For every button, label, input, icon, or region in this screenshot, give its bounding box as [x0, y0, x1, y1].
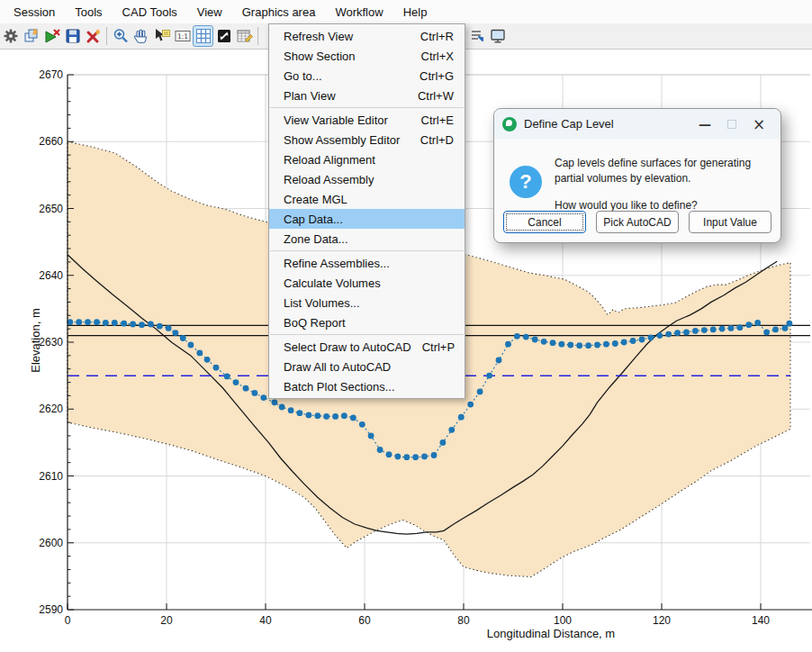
menu-item-label: Batch Plot Sections...: [284, 380, 395, 394]
menu-item-shortcut: Ctrl+R: [420, 30, 454, 43]
svg-text:1:1: 1:1: [176, 32, 187, 41]
menu-item-label: Select Draw to AutoCAD: [284, 340, 411, 354]
delete-red-x-icon[interactable]: [83, 25, 104, 47]
svg-text:2670: 2670: [39, 68, 63, 81]
menu-item-create-mgl[interactable]: Create MGL: [269, 189, 465, 209]
menu-item-show-section[interactable]: Show SectionCtrl+X: [269, 46, 465, 66]
menu-item-batch-plot-sections[interactable]: Batch Plot Sections...: [269, 376, 465, 396]
cancel-button[interactable]: Cancel: [503, 211, 586, 233]
menu-item-label: Create MGL: [284, 193, 347, 206]
display-monitor-icon[interactable]: [487, 25, 508, 47]
menu-item-label: Reload Assembly: [284, 173, 374, 186]
menu-item-list-volumes[interactable]: List Volumes...: [269, 293, 465, 312]
menu-item-reload-alignment[interactable]: Reload Alignment: [269, 149, 465, 169]
menu-item-label: Zone Data...: [284, 232, 348, 246]
menu-item-shortcut: Ctrl+X: [421, 50, 454, 63]
pick-autocad-button[interactable]: Pick AutoCAD: [596, 211, 679, 233]
minimize-icon[interactable]: —: [691, 114, 718, 134]
maximize-icon[interactable]: [718, 114, 745, 134]
dialog-buttons: CancelPick AutoCADInput Value: [494, 211, 780, 233]
app-icon: [502, 117, 517, 131]
menu-item-shortcut: Ctrl+P: [422, 340, 455, 354]
grid-toggle-icon[interactable]: [193, 25, 213, 47]
menu-item-shortcut: Ctrl+D: [420, 133, 454, 147]
menu-item-calculate-volumes[interactable]: Calculate Volumes: [269, 273, 465, 293]
one-to-one-icon[interactable]: 1:1: [172, 25, 193, 47]
pick-annotate-icon[interactable]: [151, 25, 172, 47]
application-window: { "menu_bar": { "items": ["Session", "To…: [0, 0, 812, 652]
svg-text:2620: 2620: [39, 403, 63, 415]
svg-text:140: 140: [752, 614, 770, 627]
svg-text:20: 20: [160, 614, 173, 627]
menu-session[interactable]: Session: [4, 1, 65, 23]
edit-table-icon[interactable]: [234, 25, 255, 47]
menu-item-reload-assembly[interactable]: Reload Assembly: [269, 169, 465, 189]
menu-item-show-assembly-editor[interactable]: Show Assembly EditorCtrl+D: [269, 130, 465, 149]
menu-item-view-variable-editor[interactable]: View Variable EditorCtrl+E: [269, 110, 465, 130]
menu-item-shortcut: Ctrl+E: [421, 113, 454, 127]
toolbar-separator: [257, 27, 258, 45]
save-icon[interactable]: [62, 25, 83, 47]
menu-item-label: Cap Data...: [284, 213, 343, 226]
menu-item-refine-assemblies[interactable]: Refine Assemblies...: [269, 253, 465, 273]
question-mark-icon: ?: [510, 166, 542, 198]
pan-hand-icon[interactable]: [131, 25, 151, 47]
svg-text:120: 120: [653, 614, 671, 627]
toolbar-separator: [106, 27, 107, 45]
menu-item-label: Reload Alignment: [284, 153, 375, 167]
menu-separator: [270, 107, 464, 108]
menu-item-zone-data[interactable]: Zone Data...: [269, 229, 465, 249]
menu-item-label: Go to...: [284, 69, 322, 83]
input-value-button[interactable]: Input Value: [689, 211, 771, 233]
menu-graphics-area[interactable]: Graphics area: [232, 1, 326, 23]
svg-text:0: 0: [65, 614, 71, 627]
dialog-title-bar[interactable]: Define Cap Level — ×: [494, 109, 780, 139]
close-icon[interactable]: ×: [745, 114, 772, 134]
menu-item-label: View Variable Editor: [284, 113, 388, 127]
copy-object-icon[interactable]: [21, 25, 41, 47]
svg-text:2590: 2590: [39, 603, 63, 616]
section-steps-icon[interactable]: [466, 25, 487, 47]
menu-item-label: Plan View: [284, 89, 336, 103]
svg-text:2610: 2610: [39, 470, 63, 483]
dialog-title: Define Cap Level: [524, 117, 691, 131]
settings-gear-icon[interactable]: [0, 25, 21, 47]
menu-workflow[interactable]: Workflow: [325, 1, 392, 23]
svg-text:2630: 2630: [39, 336, 63, 349]
svg-text:Elevation, m: Elevation, m: [29, 308, 42, 373]
svg-text:2640: 2640: [39, 269, 63, 282]
menu-item-cap-data[interactable]: Cap Data...: [269, 209, 465, 229]
run-green-arrow-icon[interactable]: [41, 25, 62, 47]
dialog-message-line1: Cap levels define surfaces for generatin…: [555, 156, 751, 171]
menu-item-shortcut: Ctrl+W: [418, 89, 454, 103]
fit-view-icon[interactable]: [213, 25, 234, 47]
menu-cad-tools[interactable]: CAD Tools: [113, 1, 187, 23]
dialog-message-line2: partial volumes by elevation.: [555, 171, 751, 186]
menu-item-label: Refresh View: [284, 30, 353, 43]
menu-separator: [270, 250, 464, 251]
svg-text:40: 40: [259, 614, 272, 627]
menu-separator: [270, 334, 464, 335]
menu-item-label: Calculate Volumes: [284, 276, 381, 290]
menu-help[interactable]: Help: [393, 1, 438, 23]
menu-item-boq-report[interactable]: BoQ Report: [269, 312, 465, 332]
menu-item-label: BoQ Report: [284, 316, 346, 330]
menu-tools[interactable]: Tools: [65, 1, 112, 23]
svg-text:Longitudinal Distance, m: Longitudinal Distance, m: [487, 627, 615, 640]
menu-item-label: Show Section: [284, 50, 356, 63]
svg-text:80: 80: [457, 614, 470, 627]
menu-item-refresh-view[interactable]: Refresh ViewCtrl+R: [269, 26, 465, 46]
menu-item-go-to[interactable]: Go to...Ctrl+G: [269, 66, 465, 86]
menu-item-plan-view[interactable]: Plan ViewCtrl+W: [269, 86, 465, 105]
svg-text:2650: 2650: [39, 203, 63, 215]
zoom-in-icon[interactable]: [110, 25, 131, 47]
svg-text:100: 100: [554, 614, 572, 627]
menu-item-select-draw-to-autocad[interactable]: Select Draw to AutoCADCtrl+P: [269, 337, 465, 357]
menu-item-label: Refine Assemblies...: [284, 257, 390, 270]
menu-item-draw-all-to-autocad[interactable]: Draw All to AutoCAD: [269, 357, 465, 376]
svg-text:2600: 2600: [39, 537, 63, 549]
menu-item-label: Show Assembly Editor: [284, 133, 400, 147]
menu-view[interactable]: View: [187, 1, 232, 23]
menu-item-label: List Volumes...: [284, 296, 360, 310]
define-cap-level-dialog: Define Cap Level — × ? Cap levels define…: [493, 108, 781, 243]
